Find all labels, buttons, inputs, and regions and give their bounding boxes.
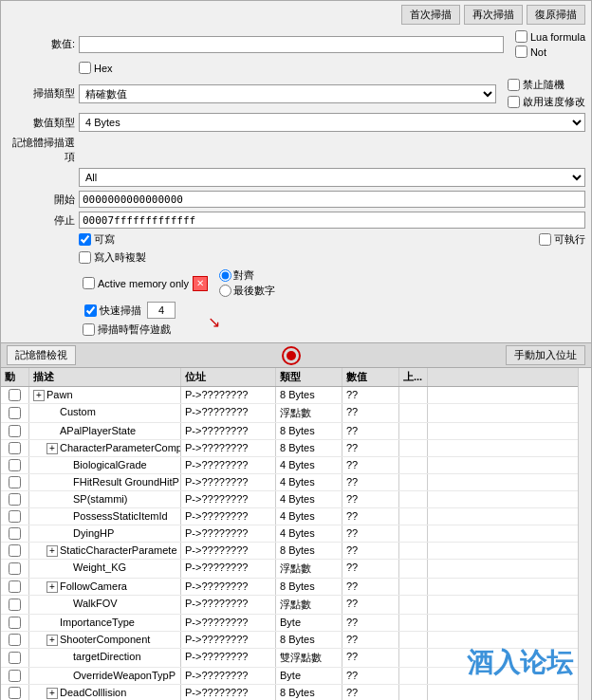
scrollbar[interactable]	[578, 368, 591, 700]
table-row[interactable]: Weight_KG P->???????? 浮點數 ??	[1, 560, 591, 579]
row-checkbox[interactable]	[9, 670, 21, 682]
stop-input[interactable]	[79, 212, 585, 229]
pause-scan-checkbox[interactable]	[83, 323, 95, 336]
row-checkbox[interactable]	[9, 634, 21, 646]
pause-scan-label: 掃描時暫停遊戲	[98, 322, 171, 337]
row-name-text: FollowCamera	[60, 580, 127, 592]
restore-scan-button[interactable]: 復原掃描	[527, 5, 585, 25]
table-row[interactable]: APalPlayerState P->???????? 8 Bytes ??	[1, 423, 591, 440]
quick-scan-label: 快速掃描	[100, 304, 141, 318]
row-checkbox[interactable]	[9, 617, 21, 629]
writable-row: 可寫 可執行	[7, 232, 585, 247]
value-type-select[interactable]: 4 Bytes	[79, 113, 585, 132]
row-extra	[399, 525, 428, 542]
row-checkbox[interactable]	[9, 425, 21, 437]
no-random-checkbox[interactable]	[508, 79, 520, 91]
cow-checkbox[interactable]	[79, 251, 91, 264]
table-row[interactable]: SP(stammi) P->???????? 4 Bytes ??	[1, 491, 591, 508]
row-checkbox[interactable]	[9, 493, 21, 506]
quick-scan-checkbox[interactable]	[84, 304, 97, 317]
table-row[interactable]: BiologicalGrade P->???????? 4 Bytes ??	[1, 457, 591, 474]
value-input[interactable]	[79, 36, 504, 53]
table-row[interactable]: +DeadColllision P->???????? 8 Bytes ??	[1, 685, 591, 700]
row-checkbox[interactable]	[9, 407, 21, 419]
row-checkbox[interactable]	[9, 389, 21, 401]
row-checkbox[interactable]	[9, 599, 21, 611]
expand-button[interactable]: +	[33, 390, 45, 401]
table-row[interactable]: ImportanceType P->???????? Byte ??	[1, 615, 591, 632]
first-scan-button[interactable]: 首次掃描	[401, 5, 460, 25]
row-checkbox-cell	[1, 440, 29, 456]
no-random-label: 禁止隨機	[523, 78, 564, 92]
expand-button[interactable]: +	[46, 443, 58, 454]
row-type: Byte	[276, 615, 342, 631]
last-digit-radio-input[interactable]	[219, 285, 231, 297]
table-row[interactable]: FHitResult GroundHitP P->???????? 4 Byte…	[1, 474, 591, 491]
lua-formula-checkbox[interactable]	[515, 30, 527, 43]
scan-type-select[interactable]: 精確數值	[79, 84, 496, 103]
row-address: P->????????	[181, 579, 276, 595]
table-row[interactable]: +Pawn P->???????? 8 Bytes ??	[1, 387, 591, 404]
row-checkbox[interactable]	[9, 527, 21, 540]
row-checkbox[interactable]	[9, 459, 21, 471]
table-row[interactable]: Custom P->???????? 浮點數 ??	[1, 404, 591, 423]
expand-button[interactable]: +	[46, 688, 58, 699]
table-row[interactable]: WalkFOV P->???????? 浮點數 ??	[1, 596, 591, 615]
row-type: 8 Bytes	[276, 685, 342, 700]
row-checkbox[interactable]	[9, 580, 21, 593]
speed-modify-check: 啟用速度修改	[508, 95, 585, 109]
speed-modify-checkbox[interactable]	[508, 96, 520, 108]
row-name-text: PossessStaticItemId	[73, 510, 168, 522]
pause-scan-row: ↘ 掃描時暫停遊戲	[7, 322, 585, 337]
next-scan-button[interactable]: 再次掃描	[464, 5, 523, 25]
expand-button[interactable]: +	[46, 581, 58, 593]
table-row[interactable]: OverrideWeaponTypP P->???????? Byte ??	[1, 668, 591, 685]
row-checkbox[interactable]	[9, 687, 21, 699]
table-row[interactable]: DyingHP P->???????? 4 Bytes ??	[1, 525, 591, 543]
row-name: SP(stammi)	[29, 491, 181, 507]
row-checkbox[interactable]	[9, 652, 21, 664]
start-label: 開始	[7, 193, 75, 207]
writable-checkbox[interactable]	[79, 233, 91, 246]
row-checkbox-cell	[1, 685, 29, 700]
hex-checkbox[interactable]	[79, 62, 91, 74]
active-memory-checkbox[interactable]	[83, 277, 95, 289]
not-checkbox[interactable]	[515, 46, 527, 58]
row-name: targetDirection	[29, 649, 181, 667]
row-checkbox[interactable]	[9, 442, 21, 454]
table-row[interactable]: +StaticCharacterParamete P->???????? 8 B…	[1, 543, 591, 560]
row-address: P->????????	[181, 423, 276, 439]
executable-checkbox[interactable]	[539, 233, 551, 246]
expand-button[interactable]: +	[46, 635, 58, 646]
row-name-text: targetDirection	[73, 651, 141, 662]
row-name: WalkFOV	[29, 596, 181, 614]
manual-add-button[interactable]: 手動加入位址	[506, 345, 585, 365]
table-row[interactable]: +ShooterComponent P->???????? 8 Bytes ??	[1, 632, 591, 649]
mem-view-tab[interactable]: 記憶體檢視	[7, 345, 76, 365]
row-value: ??	[342, 525, 399, 542]
table-row[interactable]: +FollowCamera P->???????? 8 Bytes ??	[1, 579, 591, 596]
expand-button[interactable]: +	[46, 545, 58, 557]
row-checkbox[interactable]	[9, 544, 21, 557]
row-name: +DeadColllision	[29, 685, 181, 700]
close-active-memory-button[interactable]: ✕	[193, 276, 208, 291]
versus-radio-input[interactable]	[219, 269, 231, 282]
not-check: Not	[515, 46, 585, 58]
quick-scan-input[interactable]	[147, 302, 176, 319]
row-checkbox[interactable]	[9, 476, 21, 488]
row-name-text: FHitResult GroundHitP	[73, 476, 179, 488]
row-name-text: Weight_KG	[73, 562, 126, 573]
row-type: 8 Bytes	[276, 632, 342, 648]
cow-row: 寫入時複製	[7, 250, 585, 265]
start-input[interactable]	[79, 191, 585, 208]
mem-options-select[interactable]: All	[79, 168, 585, 187]
stop-icon[interactable]	[282, 346, 301, 365]
row-address: P->????????	[181, 525, 276, 542]
table-row[interactable]: targetDirection P->???????? 雙浮點數 ??	[1, 649, 591, 668]
row-checkbox[interactable]	[9, 562, 21, 575]
table-row[interactable]: +CharacterParameterComp P->???????? 8 By…	[1, 440, 591, 457]
row-checkbox[interactable]	[9, 510, 21, 523]
active-memory-row: Active memory only ✕ 對齊 最後數字	[7, 268, 585, 298]
table-row[interactable]: PossessStaticItemId P->???????? 4 Bytes …	[1, 508, 591, 525]
row-address: P->????????	[181, 457, 276, 473]
